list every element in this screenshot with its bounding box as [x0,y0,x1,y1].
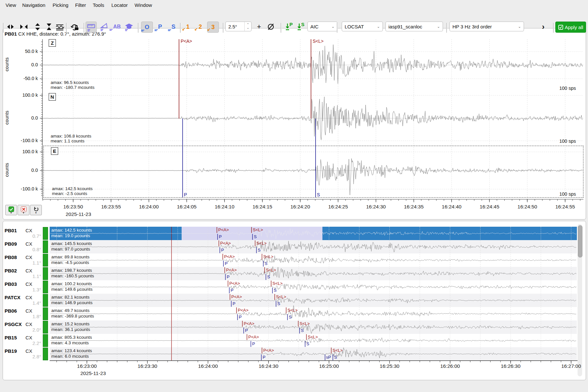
row-s-manual-label[interactable]: S [301,328,304,333]
station-row-pb08-bg[interactable] [50,253,577,267]
row-p-auto-label[interactable]: P<A> [263,348,274,353]
row-s-auto-label[interactable]: S<L> [272,281,283,286]
s-auto-pick-label[interactable]: S<L> [313,39,323,44]
station-name-pb08[interactable]: PB08 [5,254,17,260]
p-auto-pick-label[interactable]: P<A> [181,39,192,44]
station-list-scrollbar-thumb[interactable] [578,225,582,257]
repick-slot-3-button[interactable]: 3↙ [207,22,219,33]
row-p-manual-label[interactable]: P [239,315,242,319]
station-row-pb03-bg[interactable] [50,280,577,294]
row-s-manual-label[interactable]: S [334,355,337,360]
row-p-auto-label[interactable]: P<A> [231,294,242,299]
station-name-pb01[interactable]: PB01 [5,228,17,233]
locator-profile-select[interactable]: iasp91_scanloc⌄ [385,22,443,31]
station-row-pb01-bg[interactable] [322,227,577,240]
filter-select[interactable]: HP 3 Hz 3rd order⌄ [449,22,524,31]
row-s-manual-label[interactable]: S [274,288,277,293]
row-s-manual-label[interactable]: S [306,341,309,346]
row-p-auto-label[interactable]: P<A> [218,227,229,232]
pick-p-button[interactable]: P [284,22,295,32]
station-row-pb06-bg[interactable] [50,307,577,320]
station-name-patcx[interactable]: PATCX [5,295,21,300]
amplitude-range-icon[interactable] [54,22,65,32]
station-name-pb19[interactable]: PB19 [5,348,17,354]
row-p-auto-label[interactable]: P<A> [224,254,235,259]
row-s-manual-label[interactable]: S [265,261,268,266]
ab-label-icon[interactable]: AB [111,22,122,32]
apply-all-button[interactable]: Apply all [555,22,586,33]
row-s-auto-label[interactable]: S<L> [287,308,298,313]
protractor-icon[interactable] [99,22,109,32]
hide-picks-button[interactable] [265,22,276,32]
reset-picks-button[interactable]: ▼ [30,205,42,215]
row-s-manual-label[interactable]: S [258,248,261,253]
row-p-manual-label[interactable]: P [219,234,222,239]
row-p-auto-label[interactable]: P<A> [238,308,249,313]
row-s-manual-label[interactable]: S [267,274,270,279]
rotate-lock-icon[interactable] [69,22,80,32]
ruler-icon[interactable] [86,22,97,33]
locator-select[interactable]: LOCSAT⌄ [342,22,383,31]
row-p-auto-label[interactable]: P<A> [244,321,254,326]
row-s-auto-label[interactable]: S<L> [333,348,343,353]
menu-view[interactable]: View [4,2,17,8]
row-p-manual-label[interactable]: P [231,288,234,293]
pick-type-p-button[interactable]: P [155,22,166,32]
station-name-pb03[interactable]: PB03 [5,281,17,287]
station-name-pb02[interactable]: PB02 [5,268,17,273]
station-name-pb06[interactable]: PB06 [5,308,17,314]
pick-s-button[interactable]: S [295,22,306,32]
row-p-manual-label[interactable]: P [233,301,236,306]
pick-algorithm-select[interactable]: AIC⌄ [307,22,337,31]
menu-window[interactable]: Window [133,2,153,8]
add-rotation-button[interactable]: + [254,22,264,32]
row-sp-pick-label[interactable]: sP [326,355,331,360]
menu-navigation[interactable]: Navigation [21,2,47,8]
row-p-auto-label[interactable]: P<A> [220,241,231,246]
next-filter-button[interactable]: › [538,22,548,32]
confirm-picks-button[interactable]: ▼ [5,205,17,215]
station-name-psgcx[interactable]: PSGCX [5,321,22,327]
row-p-manual-label[interactable]: P [252,341,255,346]
row-s-auto-label[interactable]: S<L> [256,241,267,246]
station-name-pb09[interactable]: PB09 [5,241,17,247]
row-s-auto-label[interactable]: S<L> [300,321,310,326]
row-p-manual-label[interactable]: P [225,261,228,266]
menu-locator[interactable]: Locator [110,2,129,8]
reject-picks-button[interactable]: ▼ [18,205,29,215]
repick-slot-1-button[interactable]: 1↙ [182,22,193,32]
row-p-manual-label[interactable]: P [263,355,266,360]
row-p-auto-label[interactable]: P<A> [248,335,259,339]
station-row-pb02-bg[interactable] [50,267,577,280]
expand-horizontal-icon[interactable] [5,22,16,32]
visible-window-band[interactable] [182,227,322,240]
menu-tools[interactable]: Tools [91,2,106,8]
menu-filter[interactable]: Filter [74,2,87,8]
row-p-manual-label[interactable]: P [227,274,230,279]
repick-slot-2-button[interactable]: 2↙ [195,22,206,32]
row-s-manual-label[interactable]: S [277,301,280,306]
spinbox-stepper[interactable]: ⌃⌄ [244,22,251,31]
station-row-patcx-bg[interactable] [50,294,577,307]
row-s-auto-label[interactable]: S<L> [266,268,276,272]
row-p-auto-label[interactable]: P<A> [229,281,240,286]
row-s-auto-label[interactable]: S<L> [308,335,318,339]
station-row-pb09-bg[interactable] [50,240,577,253]
collapse-vertical-icon[interactable] [44,22,54,32]
station-name-pb15[interactable]: PB15 [5,335,17,340]
row-p-manual-label[interactable]: P [245,328,248,333]
align-traces-icon[interactable] [18,22,29,32]
pick-type-s-button[interactable]: S [168,22,179,32]
pick-type-o-button[interactable]: O [141,22,153,33]
s-manual-pick-label[interactable]: S [317,192,320,197]
row-s-auto-label[interactable]: S<L> [276,294,286,299]
row-p-auto-label[interactable]: P<A> [226,268,237,272]
p-manual-pick-label[interactable]: P [184,192,187,197]
row-s-auto-label[interactable]: S<L> [263,254,273,259]
row-s-manual-label[interactable]: S [289,315,292,319]
station-row-psgcx-bg[interactable] [50,320,577,334]
row-s-auto-label[interactable]: S<L> [253,227,263,232]
graduation-cap-icon[interactable] [123,22,135,32]
menu-picking[interactable]: Picking [51,2,70,8]
row-s-manual-label[interactable]: S [254,234,257,239]
